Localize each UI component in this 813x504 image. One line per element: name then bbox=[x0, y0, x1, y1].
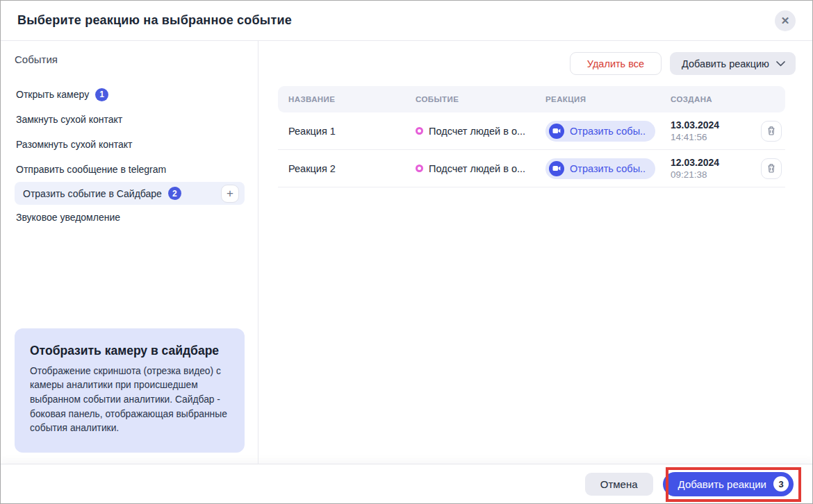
reaction-name: Реакция 2 bbox=[278, 163, 405, 174]
event-cell: Подсчет людей в о... bbox=[405, 126, 535, 137]
created-cell: 13.03.2024 14:41:56 bbox=[660, 119, 747, 142]
reaction-cell: Отразить собы... bbox=[535, 121, 660, 142]
add-reactions-label: Добавить реакции bbox=[678, 478, 766, 490]
reaction-pill[interactable]: Отразить собы... bbox=[545, 158, 655, 179]
add-reaction-dropdown-button[interactable]: Добавить реакцию bbox=[670, 52, 796, 75]
event-type-ring-icon bbox=[416, 165, 423, 172]
info-card-body: Отображение скриншота (отрезка видео) с … bbox=[30, 364, 231, 436]
event-list: Открыть камеру 1 Замкнуть сухой контакт … bbox=[1, 82, 258, 230]
column-header-name: НАЗВАНИЕ bbox=[278, 95, 405, 103]
sidebar-item-sound-notification[interactable]: Звуковое уведомление bbox=[1, 205, 258, 230]
modal-body: События Открыть камеру 1 Замкнуть сухой … bbox=[1, 41, 812, 464]
table-row: Реакция 2 Подсчет людей в о... bbox=[278, 150, 785, 187]
toolbar: Удалить все Добавить реакцию bbox=[258, 52, 796, 75]
created-date: 12.03.2024 bbox=[671, 157, 747, 168]
event-item-label: Отразить событие в Сайдбаре bbox=[23, 188, 162, 199]
event-name: Подсчет людей в о... bbox=[429, 126, 525, 137]
add-reaction-dropdown-label: Добавить реакцию bbox=[682, 58, 769, 69]
event-type-ring-icon bbox=[416, 127, 423, 135]
sidebar-item-send-telegram[interactable]: Отправить сообщение в telegram bbox=[1, 157, 258, 182]
add-reactions-button[interactable]: Добавить реакции 3 bbox=[663, 472, 794, 496]
column-header-reaction: РЕАКЦИЯ bbox=[535, 95, 660, 103]
info-card-title: Отобразить камеру в сайдбаре bbox=[30, 344, 231, 358]
trash-icon bbox=[766, 126, 776, 136]
reaction-pill-label: Отразить собы... bbox=[570, 126, 646, 137]
plus-icon: + bbox=[227, 187, 233, 199]
reaction-cell: Отразить собы... bbox=[535, 158, 660, 179]
count-badge: 3 bbox=[773, 476, 789, 492]
reactions-content: Удалить все Добавить реакцию НАЗВАНИЕ СО… bbox=[258, 41, 813, 464]
actions-cell bbox=[747, 158, 785, 179]
reactions-table: НАЗВАНИЕ СОБЫТИЕ РЕАКЦИЯ СОЗДАНА Реакция… bbox=[278, 86, 785, 187]
created-date: 13.03.2024 bbox=[671, 119, 747, 131]
table-row: Реакция 1 Подсчет людей в о... bbox=[278, 112, 785, 150]
created-time: 14:41:56 bbox=[671, 132, 747, 142]
table-header-row: НАЗВАНИЕ СОБЫТИЕ РЕАКЦИЯ СОЗДАНА bbox=[278, 86, 785, 112]
count-badge: 2 bbox=[168, 187, 181, 200]
created-cell: 12.03.2024 09:21:38 bbox=[660, 157, 747, 180]
sidebar-item-open-camera[interactable]: Открыть камеру 1 bbox=[1, 82, 258, 107]
modal-title: Выберите реакцию на выбранное событие bbox=[17, 13, 292, 28]
reaction-name: Реакция 1 bbox=[278, 126, 405, 137]
reaction-modal: Выберите реакцию на выбранное событие ✕ … bbox=[0, 0, 813, 504]
reaction-pill-label: Отразить собы... bbox=[570, 163, 646, 174]
actions-cell bbox=[747, 121, 785, 142]
event-cell: Подсчет людей в о... bbox=[405, 163, 535, 174]
modal-footer: Отмена Добавить реакции 3 bbox=[1, 464, 812, 503]
event-item-label: Разомкнуть сухой контакт bbox=[16, 139, 133, 150]
created-time: 09:21:38 bbox=[671, 169, 747, 180]
sidebar-item-show-in-sidebar[interactable]: Отразить событие в Сайдбаре 2 + bbox=[15, 182, 245, 205]
column-header-event: СОБЫТИЕ bbox=[405, 95, 535, 103]
event-item-label: Замкнуть сухой контакт bbox=[16, 114, 122, 125]
close-button[interactable]: ✕ bbox=[775, 10, 796, 31]
modal-header: Выберите реакцию на выбранное событие ✕ bbox=[1, 1, 812, 41]
trash-icon bbox=[766, 163, 776, 174]
sidebar-heading: События bbox=[1, 53, 258, 65]
info-card: Отобразить камеру в сайдбаре Отображение… bbox=[15, 328, 245, 453]
sidebar-item-close-dry-contact[interactable]: Замкнуть сухой контакт bbox=[1, 107, 258, 132]
reaction-pill[interactable]: Отразить собы... bbox=[545, 121, 655, 142]
add-reaction-plus-button[interactable]: + bbox=[221, 185, 239, 203]
delete-row-button[interactable] bbox=[761, 121, 782, 142]
count-badge: 1 bbox=[95, 88, 108, 101]
camera-icon bbox=[549, 161, 564, 176]
close-icon: ✕ bbox=[781, 15, 790, 26]
chevron-down-icon bbox=[776, 61, 785, 67]
delete-row-button[interactable] bbox=[761, 158, 782, 179]
cancel-button[interactable]: Отмена bbox=[585, 473, 653, 496]
event-name: Подсчет людей в о... bbox=[429, 163, 525, 174]
sidebar-item-open-dry-contact[interactable]: Разомкнуть сухой контакт bbox=[1, 132, 258, 157]
camera-icon bbox=[549, 124, 564, 139]
delete-all-button[interactable]: Удалить все bbox=[570, 52, 662, 75]
event-item-label: Отправить сообщение в telegram bbox=[16, 164, 166, 175]
column-header-created: СОЗДАНА bbox=[660, 95, 747, 103]
event-item-label: Звуковое уведомление bbox=[16, 212, 120, 223]
events-sidebar: События Открыть камеру 1 Замкнуть сухой … bbox=[1, 41, 258, 464]
event-item-label: Открыть камеру bbox=[16, 89, 89, 100]
